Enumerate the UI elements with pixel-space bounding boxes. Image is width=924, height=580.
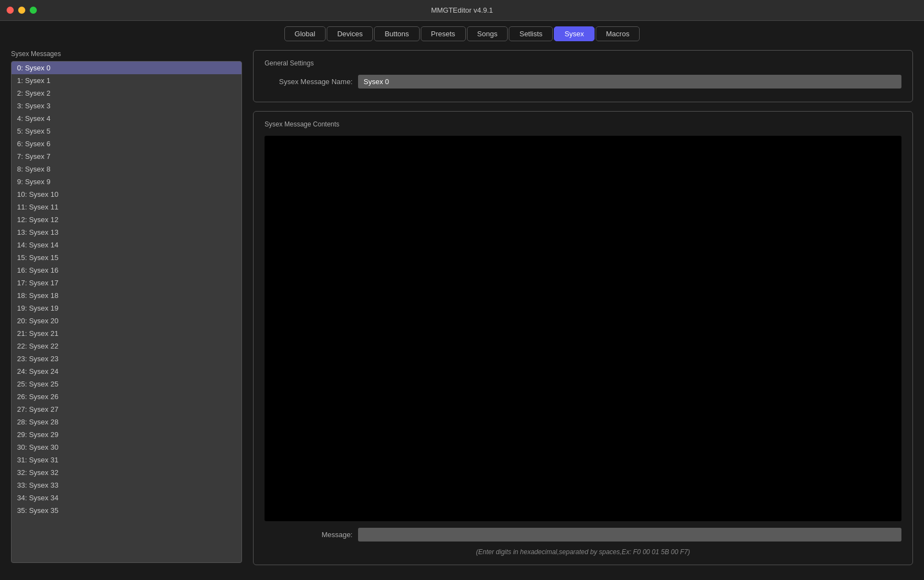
list-item[interactable]: 14: Sysex 14 xyxy=(12,239,241,251)
message-area xyxy=(265,136,901,521)
list-item[interactable]: 35: Sysex 35 xyxy=(12,504,241,517)
name-row: Sysex Message Name: xyxy=(265,75,901,89)
contents-title: Sysex Message Contents xyxy=(265,120,901,128)
list-item[interactable]: 33: Sysex 33 xyxy=(12,479,241,491)
list-item[interactable]: 21: Sysex 21 xyxy=(12,327,241,340)
message-input[interactable] xyxy=(358,528,901,542)
message-label: Message: xyxy=(265,531,353,539)
message-hint: (Enter digits in hexadecimal,separated b… xyxy=(265,548,901,556)
list-item[interactable]: 9: Sysex 9 xyxy=(12,175,241,188)
sysex-messages-label: Sysex Messages xyxy=(11,50,242,58)
list-item[interactable]: 28: Sysex 28 xyxy=(12,416,241,428)
list-item[interactable]: 16: Sysex 16 xyxy=(12,264,241,277)
content-area: Sysex Messages 0: Sysex 01: Sysex 12: Sy… xyxy=(11,50,913,565)
list-item[interactable]: 15: Sysex 15 xyxy=(12,251,241,264)
close-button[interactable] xyxy=(7,7,14,14)
list-item[interactable]: 25: Sysex 25 xyxy=(12,378,241,390)
contents-section-box: Sysex Message Contents Message: (Enter d… xyxy=(253,111,913,565)
tab-songs[interactable]: Songs xyxy=(467,26,508,41)
list-item[interactable]: 20: Sysex 20 xyxy=(12,314,241,327)
list-item[interactable]: 11: Sysex 11 xyxy=(12,201,241,213)
list-item[interactable]: 6: Sysex 6 xyxy=(12,137,241,150)
list-item[interactable]: 8: Sysex 8 xyxy=(12,163,241,175)
tab-macros[interactable]: Macros xyxy=(596,26,640,41)
sysex-name-input[interactable] xyxy=(358,75,901,89)
list-item[interactable]: 10: Sysex 10 xyxy=(12,188,241,201)
maximize-button[interactable] xyxy=(30,7,37,14)
main-content: GlobalDevicesButtonsPresetsSongsSetlists… xyxy=(0,21,924,580)
list-item[interactable]: 4: Sysex 4 xyxy=(12,112,241,125)
list-item[interactable]: 12: Sysex 12 xyxy=(12,213,241,226)
list-item[interactable]: 30: Sysex 30 xyxy=(12,441,241,454)
list-item[interactable]: 23: Sysex 23 xyxy=(12,352,241,365)
list-item[interactable]: 5: Sysex 5 xyxy=(12,125,241,137)
tab-global[interactable]: Global xyxy=(284,26,326,41)
list-item[interactable]: 31: Sysex 31 xyxy=(12,454,241,466)
list-item[interactable]: 29: Sysex 29 xyxy=(12,428,241,441)
list-item[interactable]: 1: Sysex 1 xyxy=(12,74,241,87)
window-title: MMGTEditor v4.9.1 xyxy=(431,6,493,14)
list-item[interactable]: 0: Sysex 0 xyxy=(12,62,241,74)
message-row: Message: xyxy=(265,528,901,542)
list-item[interactable]: 34: Sysex 34 xyxy=(12,491,241,504)
tabs-bar: GlobalDevicesButtonsPresetsSongsSetlists… xyxy=(11,26,913,41)
contents-section: Sysex Message Contents Message: (Enter d… xyxy=(253,111,913,565)
list-item[interactable]: 7: Sysex 7 xyxy=(12,150,241,163)
title-bar: MMGTEditor v4.9.1 xyxy=(0,0,924,21)
tab-devices[interactable]: Devices xyxy=(327,26,373,41)
list-item[interactable]: 27: Sysex 27 xyxy=(12,403,241,416)
list-item[interactable]: 13: Sysex 13 xyxy=(12,226,241,239)
list-item[interactable]: 19: Sysex 19 xyxy=(12,302,241,314)
tab-setlists[interactable]: Setlists xyxy=(509,26,553,41)
list-item[interactable]: 24: Sysex 24 xyxy=(12,365,241,378)
right-panel: General Settings Sysex Message Name: Sys… xyxy=(253,50,913,565)
general-settings-title: General Settings xyxy=(265,59,901,67)
minimize-button[interactable] xyxy=(18,7,25,14)
sysex-messages-list[interactable]: 0: Sysex 01: Sysex 12: Sysex 23: Sysex 3… xyxy=(11,61,242,563)
traffic-lights xyxy=(7,7,37,14)
tab-sysex[interactable]: Sysex xyxy=(554,26,594,41)
list-item[interactable]: 2: Sysex 2 xyxy=(12,87,241,100)
tab-buttons[interactable]: Buttons xyxy=(374,26,419,41)
tab-presets[interactable]: Presets xyxy=(421,26,466,41)
list-item[interactable]: 3: Sysex 3 xyxy=(12,100,241,112)
list-item[interactable]: 32: Sysex 32 xyxy=(12,466,241,479)
list-item[interactable]: 17: Sysex 17 xyxy=(12,277,241,289)
general-settings-section: General Settings Sysex Message Name: xyxy=(253,50,913,102)
list-item[interactable]: 26: Sysex 26 xyxy=(12,390,241,403)
left-panel: Sysex Messages 0: Sysex 01: Sysex 12: Sy… xyxy=(11,50,242,565)
list-item[interactable]: 22: Sysex 22 xyxy=(12,340,241,352)
list-item[interactable]: 18: Sysex 18 xyxy=(12,289,241,302)
name-label: Sysex Message Name: xyxy=(265,78,353,86)
